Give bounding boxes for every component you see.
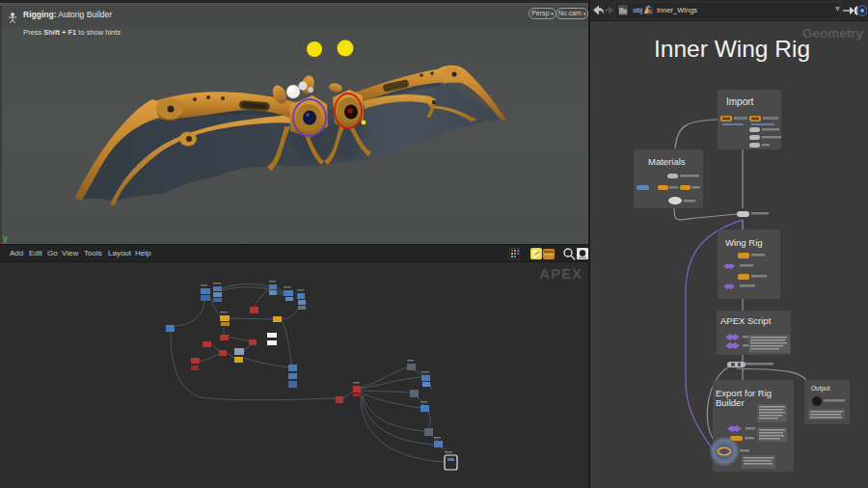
svg-text:y: y — [3, 233, 8, 243]
